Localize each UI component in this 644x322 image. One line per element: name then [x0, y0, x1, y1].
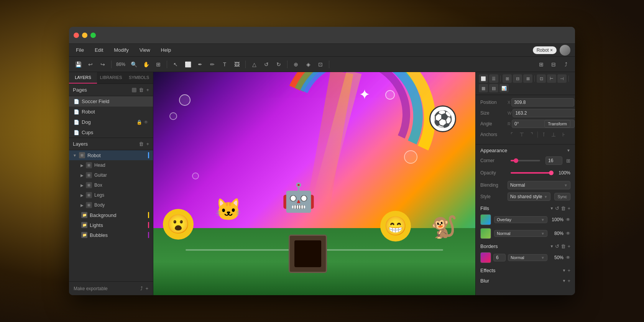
blur-chevron[interactable]: ▼: [562, 279, 566, 283]
anchor-tl[interactable]: ⌜: [508, 130, 516, 139]
corner-value[interactable]: [545, 156, 562, 165]
fill-eye-2[interactable]: 👁: [566, 231, 570, 236]
align-left-btn[interactable]: ⬜: [479, 74, 488, 83]
distribute-icon[interactable]: ⊟: [548, 59, 559, 70]
borders-chevron[interactable]: ▼: [550, 244, 554, 248]
anchor-tr[interactable]: ⌝: [527, 130, 536, 139]
zoom-icon[interactable]: 🔍: [128, 59, 139, 70]
undo-icon[interactable]: ↩: [85, 59, 96, 70]
border-eye-1[interactable]: 👁: [566, 255, 570, 260]
shape-tool[interactable]: ⬜: [182, 59, 193, 70]
page-cups[interactable]: 📄 Cups: [69, 127, 153, 138]
layer-legs[interactable]: ▶ ⊞ Legs: [69, 190, 153, 200]
canvas-area[interactable]: ⚽ ✦ 😮 🐱 🤖 😁 🐒: [153, 72, 475, 295]
tab-symbols[interactable]: SYMBOLS: [125, 72, 153, 84]
move-icon[interactable]: ✋: [141, 59, 151, 70]
pages-toggle[interactable]: [132, 88, 136, 92]
layer-lights[interactable]: 📁 Lights: [69, 220, 153, 230]
dist-both-btn[interactable]: ⊣: [557, 74, 567, 83]
layer-head[interactable]: ▶ ⊞ Head: [69, 160, 153, 170]
page-soccer-field[interactable]: 📄 Soccer Field: [69, 96, 153, 107]
fill-mode-2[interactable]: Normal ▼: [494, 230, 547, 237]
pen-tool[interactable]: ✒: [195, 59, 205, 70]
effects-chevron[interactable]: ▼: [562, 268, 566, 273]
border-add-icon[interactable]: +: [567, 243, 570, 249]
opacity-slider[interactable]: [511, 172, 551, 174]
image-tool[interactable]: 🖼: [232, 59, 242, 70]
border-reset-icon[interactable]: ↺: [555, 243, 559, 249]
text-tool[interactable]: T: [219, 59, 230, 70]
fill-add-icon[interactable]: +: [567, 205, 570, 211]
sync-button[interactable]: Sync: [554, 193, 570, 200]
add-export-icon[interactable]: +: [145, 286, 148, 291]
w-input[interactable]: [513, 109, 575, 117]
menu-file[interactable]: File: [74, 46, 86, 54]
align-tool[interactable]: △: [249, 59, 260, 70]
save-icon[interactable]: 💾: [73, 59, 84, 70]
add-page-icon[interactable]: +: [146, 87, 149, 93]
x-input[interactable]: [511, 98, 574, 107]
slice-icon[interactable]: ⊡: [315, 59, 326, 70]
export-icon[interactable]: ⤴: [140, 286, 143, 291]
group-btn[interactable]: ▦: [479, 84, 488, 92]
style-dropdown[interactable]: No shared style ▼: [508, 192, 550, 201]
layer-background[interactable]: 📁 Background: [69, 210, 153, 220]
component-icon[interactable]: ◈: [303, 59, 314, 70]
chart-btn[interactable]: 📊: [499, 84, 509, 92]
tab-libraries[interactable]: LIBRARIES: [97, 72, 125, 84]
fill-mode-1[interactable]: Overlay ▼: [494, 216, 547, 223]
transform-button[interactable]: Transform: [544, 120, 570, 128]
flatten-btn[interactable]: ▤: [489, 84, 498, 92]
anchor-m[interactable]: ⊥: [549, 130, 558, 139]
effects-add-icon[interactable]: +: [567, 268, 570, 273]
border-width-1[interactable]: [493, 254, 506, 261]
align-middle-btn[interactable]: ⊟: [513, 74, 522, 83]
page-dog[interactable]: 📄 Dog 🔒 👁: [69, 117, 153, 127]
menu-help[interactable]: Help: [159, 46, 174, 54]
border-mode-1[interactable]: Normal ▼: [508, 254, 547, 261]
redo-icon[interactable]: ↪: [97, 59, 108, 70]
close-button[interactable]: [74, 33, 79, 38]
user-badge[interactable]: Robot ×: [533, 46, 557, 54]
layer-bubbles[interactable]: 📁 Bubbles: [69, 230, 153, 240]
rotate-right-icon[interactable]: ↻: [273, 59, 284, 70]
layer-guitar[interactable]: ▶ ⊞ Guitar: [69, 170, 153, 180]
add-layer-icon[interactable]: +: [146, 141, 149, 147]
border-swatch-1[interactable]: [480, 252, 491, 263]
align-bottom-btn[interactable]: ⊠: [523, 74, 532, 83]
layout-icon[interactable]: ⊞: [536, 59, 547, 70]
align-top-btn[interactable]: ⊞: [503, 74, 512, 83]
fullscreen-button[interactable]: [90, 33, 96, 38]
corner-options-icon[interactable]: ⊞: [566, 158, 570, 164]
rotate-left-icon[interactable]: ↺: [261, 59, 272, 70]
dist-v-btn[interactable]: ⊢: [547, 74, 556, 83]
dist-h-btn[interactable]: ⊡: [537, 74, 546, 83]
fill-swatch-1[interactable]: [480, 214, 491, 225]
fill-eye-1[interactable]: 👁: [566, 217, 570, 222]
page-robot[interactable]: 📄 Robot: [69, 107, 153, 117]
delete-page-icon[interactable]: 🗑: [139, 87, 144, 93]
anchor-b[interactable]: ⊦: [559, 130, 568, 139]
delete-layer-icon[interactable]: 🗑: [139, 141, 144, 147]
border-delete-icon[interactable]: 🗑: [561, 243, 566, 249]
fill-reset-icon[interactable]: ↺: [555, 205, 559, 211]
blending-dropdown[interactable]: Normal ▼: [508, 181, 570, 189]
fill-swatch-2[interactable]: [480, 228, 491, 239]
eye-icon[interactable]: 👁: [144, 120, 148, 125]
fills-chevron[interactable]: ▼: [550, 206, 554, 210]
menu-modify[interactable]: Modify: [112, 46, 131, 54]
menu-edit[interactable]: Edit: [92, 46, 105, 54]
anchor-t[interactable]: ⊺: [539, 130, 548, 139]
pointer-tool[interactable]: ↖: [170, 59, 181, 70]
align-center-btn[interactable]: ☰: [489, 74, 498, 83]
symbol-icon[interactable]: ⊕: [291, 59, 301, 70]
blur-add-icon[interactable]: +: [567, 278, 570, 284]
pencil-tool[interactable]: ✏: [207, 59, 218, 70]
anchor-tc[interactable]: ⊤: [518, 130, 526, 139]
fill-delete-icon[interactable]: 🗑: [561, 205, 566, 211]
lock-icon[interactable]: 🔒: [136, 120, 142, 125]
select-icon[interactable]: ⊞: [153, 59, 164, 70]
corner-slider[interactable]: [511, 160, 540, 161]
layer-robot[interactable]: ▼ ⊞ Robot: [69, 150, 153, 160]
layer-box[interactable]: ▶ ⊞ Box: [69, 180, 153, 190]
